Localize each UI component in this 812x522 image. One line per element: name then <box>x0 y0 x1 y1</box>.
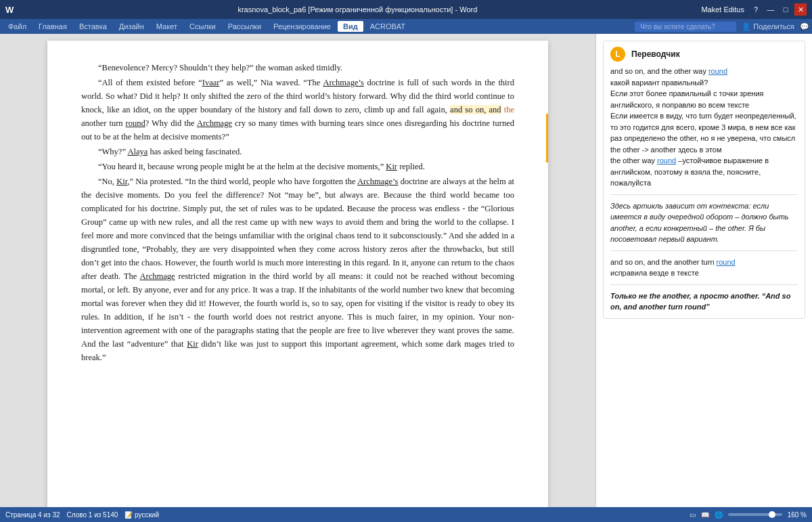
share-button[interactable]: 👤 Поделиться <box>742 22 794 31</box>
comment-box: L Переводчик and so on, and the other wa… <box>603 41 805 319</box>
close-button[interactable]: ✕ <box>794 3 807 16</box>
zoom-thumb <box>769 511 775 518</box>
comment-icon[interactable]: 💬 <box>800 22 809 31</box>
paragraph-5: “No, Kir,” Nia protested. “In the third … <box>81 175 514 364</box>
word-count: Слово 1 из 5140 <box>67 511 118 519</box>
comment-header: L Переводчик <box>610 47 798 62</box>
comment-line-2: какой вариант правильный? <box>610 77 798 89</box>
comment-line-3: Если этот более правильный с точки зрени… <box>610 88 798 110</box>
main-layout: “Benevolence? Mercy? Shouldn’t they help… <box>0 34 812 507</box>
view-mode-web[interactable]: 🌐 <box>715 511 723 519</box>
zoom-slider[interactable] <box>728 513 782 516</box>
status-bar-right: ▭ 📖 🌐 160 % <box>690 511 807 519</box>
document-area[interactable]: “Benevolence? Mercy? Shouldn’t they help… <box>0 34 595 507</box>
maximize-button[interactable]: □ <box>780 3 792 16</box>
view-mode-print[interactable]: ▭ <box>690 511 696 519</box>
word-icon: W <box>5 5 14 15</box>
comment-author: Переводчик <box>631 49 680 59</box>
comment-divider-2 <box>610 251 798 251</box>
ribbon-right: 👤 Поделиться 💬 <box>635 22 809 32</box>
paragraph-1: “Benevolence? Mercy? Shouldn’t they help… <box>81 61 514 74</box>
comment-line-4: Если имеется в виду, что turn будет неоп… <box>610 110 798 155</box>
tab-references[interactable]: Ссылки <box>184 21 221 32</box>
window-controls: ? — □ ✕ <box>750 3 807 16</box>
paragraph-3: “Why?” Alaya has asked being fascinated. <box>81 145 514 158</box>
tab-file[interactable]: Файл <box>3 21 32 32</box>
tab-design[interactable]: Дизайн <box>114 21 150 32</box>
language: 📝 русский <box>125 511 159 519</box>
title-bar-right: Maket Editus ? — □ ✕ <box>701 3 807 16</box>
search-input[interactable] <box>635 22 736 32</box>
view-mode-read[interactable]: 📖 <box>701 511 709 519</box>
comment-indicator <box>546 114 548 162</box>
help-button[interactable]: ? <box>750 3 762 16</box>
zoom-level: 160 % <box>788 511 807 519</box>
ribbon: Файл Главная Вставка Дизайн Макет Ссылки… <box>0 19 812 34</box>
tab-acrobat[interactable]: ACROBAT <box>365 21 411 32</box>
comment-divider-1 <box>610 194 798 195</box>
comment-line-6: Здесь артикль зависит от контекста: если… <box>610 200 798 245</box>
tab-home[interactable]: Главная <box>33 21 72 32</box>
comment-line-7: and so on, and the another turn round <box>610 257 798 268</box>
paragraph-4: “You heard it, because wrong people migh… <box>81 160 514 173</box>
comment-divider-3 <box>610 284 798 285</box>
language-icon: 📝 <box>125 511 133 519</box>
minimize-button[interactable]: — <box>765 3 777 16</box>
page-info: Страница 4 из 32 <box>5 511 60 519</box>
tab-view[interactable]: Вид <box>338 21 363 32</box>
comment-line-1: and so on, and the other way round <box>610 66 798 77</box>
title-bar-title: krasnova_block_pa6 [Режим ограниченной ф… <box>14 5 701 14</box>
tab-layout[interactable]: Макет <box>151 21 183 32</box>
comment-body: and so on, and the other way round какой… <box>610 66 798 313</box>
document-page: “Benevolence? Mercy? Shouldn’t they help… <box>47 41 548 507</box>
comment-line-5: the other way round –устойчивое выражени… <box>610 155 798 189</box>
comment-line-9: Только не the another, а просто another.… <box>610 290 798 313</box>
paragraph-2: “All of them existed before “Ivaar” as w… <box>81 76 514 144</box>
app-name: Maket Editus <box>701 5 744 14</box>
tab-review[interactable]: Рецензирование <box>268 21 336 32</box>
comment-line-8: исправила везде в тексте <box>610 267 798 279</box>
tab-mailings[interactable]: Рассылки <box>223 21 267 32</box>
status-bar: Страница 4 из 32 Слово 1 из 5140 📝 русск… <box>0 507 812 522</box>
title-bar: W krasnova_block_pa6 [Режим ограниченной… <box>0 0 812 19</box>
comment-panel: L Переводчик and so on, and the other wa… <box>595 34 812 507</box>
comment-avatar: L <box>610 47 625 62</box>
title-bar-left: W <box>5 5 14 15</box>
tab-insert[interactable]: Вставка <box>74 21 112 32</box>
